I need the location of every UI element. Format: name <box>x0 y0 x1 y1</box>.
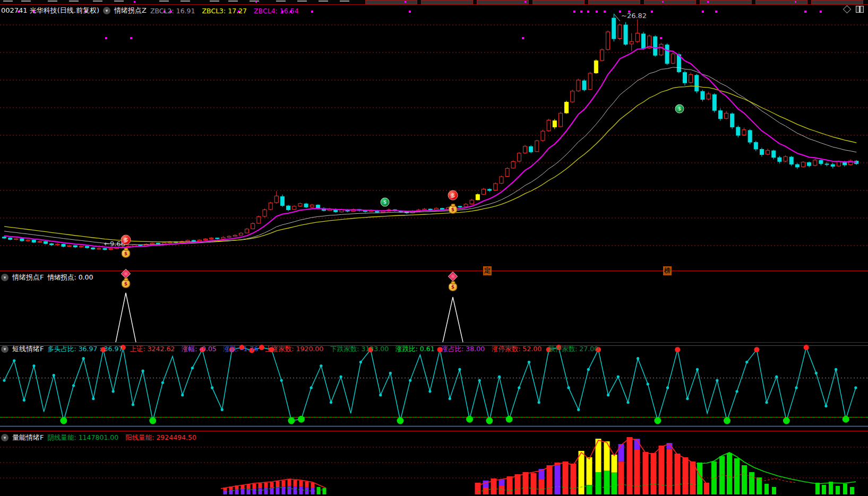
candle-body <box>553 121 556 127</box>
signal-dot <box>522 37 524 39</box>
menu-text-fragment <box>114 1 124 2</box>
candle-body <box>233 236 237 237</box>
candle-body <box>482 189 485 194</box>
candle-body <box>221 237 225 239</box>
mid-dot <box>72 384 75 387</box>
candle-body <box>458 206 462 207</box>
candle-body <box>701 91 704 99</box>
menu-tab[interactable] <box>644 0 696 4</box>
candle-body <box>582 81 586 90</box>
mid-dot <box>696 368 699 371</box>
sentiment-spike <box>443 297 463 342</box>
candle-body <box>103 248 107 249</box>
candle-body <box>671 54 675 64</box>
menu-tab[interactable] <box>365 0 417 4</box>
candle-body <box>772 151 776 157</box>
mid-dot <box>666 386 669 389</box>
panel3-title[interactable]: 短线情绪F <box>12 344 44 354</box>
menu-tab[interactable] <box>755 0 807 4</box>
candle-body <box>150 243 154 244</box>
candle-body <box>558 113 562 126</box>
volume-bar <box>850 487 854 494</box>
volume-bar <box>612 473 617 494</box>
candle-body <box>541 131 545 141</box>
volume-bar <box>311 483 315 488</box>
trough-dot <box>724 417 731 424</box>
mid-dot <box>191 367 194 369</box>
mid-dot <box>53 374 55 377</box>
panel2-title[interactable]: 情绪拐点F <box>12 273 44 282</box>
candle-body <box>494 184 497 190</box>
volume-bar <box>836 486 840 494</box>
volume-bar <box>843 484 847 494</box>
price-annotation: ~26.82 <box>621 12 647 20</box>
candle-body <box>748 130 752 142</box>
volume-bar <box>727 453 732 494</box>
volume-bar <box>634 450 640 494</box>
mid-dot <box>637 357 639 360</box>
menu-tab[interactable] <box>588 0 640 4</box>
trough-dot <box>60 417 67 424</box>
menu-tab[interactable] <box>477 0 529 4</box>
volume-bar <box>742 465 747 494</box>
menu-tab[interactable] <box>811 0 863 4</box>
volume-bar <box>305 482 309 488</box>
candle-body <box>14 239 18 240</box>
volume-bar <box>515 474 521 494</box>
candle-body <box>67 246 71 247</box>
stock-title[interactable]: 002741 光华科技(日线.前复权) <box>1 6 99 15</box>
mid-dot <box>280 379 283 382</box>
trading-app-window: 002741 光华科技(日线.前复权) ▾ 情绪拐点Z ZBCL2: 16.91… <box>0 0 868 496</box>
mid-dot <box>409 379 411 382</box>
green-dashed-zigzag <box>225 487 324 492</box>
candle-body <box>476 195 479 200</box>
volume-bar <box>247 484 251 489</box>
volume-bar <box>643 452 649 494</box>
candle-body <box>789 157 793 164</box>
mid-dot <box>142 370 144 372</box>
main-indicator-name[interactable]: 情绪拐点Z <box>114 6 147 15</box>
oscillator-zigzag <box>4 347 856 421</box>
candle-body <box>565 102 569 113</box>
volume-bar <box>483 488 489 494</box>
mid-dot <box>13 359 15 362</box>
mid-dot <box>765 401 768 404</box>
candle-body <box>766 151 770 154</box>
candle-body <box>641 34 645 48</box>
chevron-down-icon[interactable]: ▾ <box>1 274 8 281</box>
duo-marker-icon: 多 <box>448 190 458 201</box>
volume-bar <box>764 484 769 494</box>
volume-bar <box>299 487 303 494</box>
volume-bar <box>604 471 610 494</box>
menu-tab[interactable] <box>532 0 585 4</box>
volume-bar <box>253 484 256 489</box>
volume-bar <box>299 481 303 487</box>
stat-item: 涨占比: 38.00 <box>442 345 485 353</box>
volume-bar <box>253 489 256 494</box>
volume-bar <box>829 482 833 494</box>
mid-dot <box>310 386 313 389</box>
menu-text-fragment <box>21 1 31 2</box>
candle-body <box>287 206 290 210</box>
candle-body <box>38 241 41 242</box>
mid-dot <box>835 368 837 371</box>
candle-body <box>470 200 474 204</box>
candle-body <box>44 241 48 243</box>
volume-bar <box>815 483 820 494</box>
volume-bar <box>259 488 262 494</box>
menu-text-fragment <box>228 1 238 2</box>
candle-body <box>505 168 509 176</box>
menu-tab[interactable] <box>421 0 473 4</box>
bag-marker-icon: $ <box>449 205 458 214</box>
split-window-icon[interactable] <box>856 6 864 13</box>
candle-body <box>192 240 195 241</box>
panel4-title[interactable]: 量能情绪F <box>12 433 44 442</box>
trough-dot <box>466 416 473 423</box>
chart-canvas <box>0 0 868 496</box>
mid-dot <box>577 408 580 411</box>
candle-body <box>139 245 142 246</box>
chevron-down-icon[interactable]: ▾ <box>1 434 8 441</box>
chevron-down-icon[interactable]: ▾ <box>1 345 8 353</box>
volume-bar <box>675 454 681 494</box>
chevron-down-icon[interactable]: ▾ <box>103 7 110 14</box>
